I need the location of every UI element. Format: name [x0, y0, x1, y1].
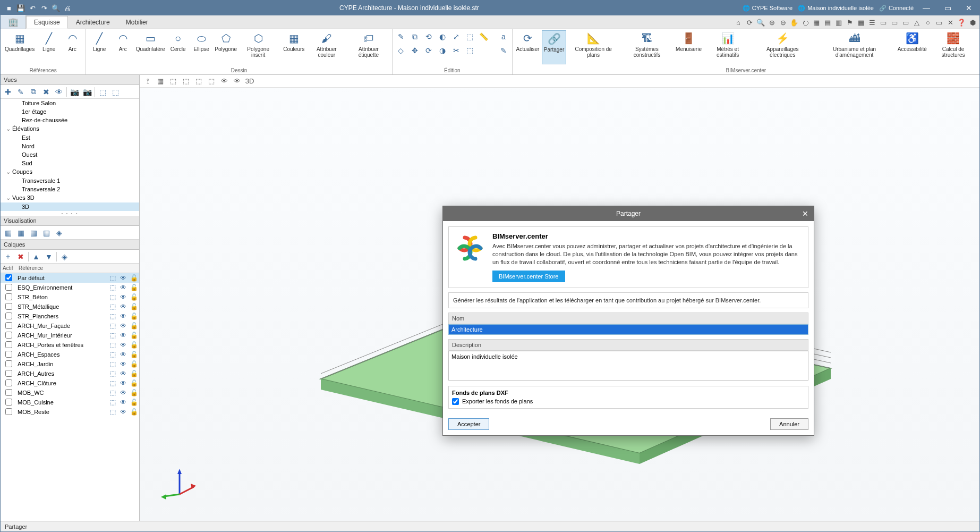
- box2-icon[interactable]: ▭: [890, 18, 899, 27]
- zoom-in-icon[interactable]: ⊕: [767, 18, 777, 27]
- annuler-button[interactable]: Annuler: [770, 418, 808, 430]
- move-tool[interactable]: ✥: [408, 44, 421, 57]
- tree-item[interactable]: Transversale 2: [1, 185, 139, 193]
- layer-active-checkbox[interactable]: [5, 360, 12, 367]
- export-checkbox[interactable]: [452, 398, 459, 405]
- layer-eye-icon[interactable]: 👁: [118, 274, 129, 282]
- tool-icon[interactable]: 📷: [69, 87, 80, 97]
- layer-active-checkbox[interactable]: [5, 293, 12, 300]
- layer-eye-icon[interactable]: 👁: [118, 379, 129, 387]
- layer-row[interactable]: MOB_WC⬚👁🔓: [1, 388, 139, 398]
- app-menu-icon[interactable]: ■: [5, 4, 13, 12]
- search-icon[interactable]: 🔍: [52, 4, 60, 12]
- layer-active-checkbox[interactable]: [5, 274, 12, 281]
- urbanisme-button[interactable]: 🏙Urbanisme et plan d'aménagement: [814, 30, 896, 64]
- mirror2-tool[interactable]: ◑: [436, 44, 449, 57]
- layer-lock-icon[interactable]: 🔓: [129, 360, 139, 368]
- layer-lock-icon[interactable]: 🔓: [129, 332, 139, 339]
- layer-row[interactable]: ARCH_Mur_Façade⬚👁🔓: [1, 321, 139, 331]
- description-input[interactable]: [448, 351, 808, 381]
- moveup-icon[interactable]: ▲: [31, 251, 41, 262]
- layer-active-checkbox[interactable]: [5, 313, 12, 319]
- box3-icon[interactable]: ▭: [901, 18, 910, 27]
- quadrilatere-button[interactable]: ▭Quadrilatère: [135, 30, 166, 64]
- layer-active-checkbox[interactable]: [5, 389, 12, 396]
- copy-tool[interactable]: ⧉: [408, 30, 421, 43]
- view2-icon[interactable]: ▤: [823, 18, 832, 27]
- export-checkbox-row[interactable]: Exporter les fonds de plans: [452, 398, 805, 405]
- layer-cube-icon[interactable]: ⬚: [107, 370, 118, 377]
- cercle-button[interactable]: ○Cercle: [167, 30, 189, 64]
- layer-row[interactable]: Par défaut⬚👁🔓: [1, 273, 139, 283]
- software-link[interactable]: 🌐CYPE Software: [743, 5, 792, 12]
- layer-row[interactable]: ARCH_Jardin⬚👁🔓: [1, 359, 139, 369]
- layer-active-checkbox[interactable]: [5, 322, 12, 329]
- ligne-button[interactable]: ╱Ligne: [88, 30, 110, 64]
- layer-cube-icon[interactable]: ⬚: [107, 322, 118, 330]
- calcul-button[interactable]: 🧱Calcul de structures: [929, 30, 977, 64]
- layer-lock-icon[interactable]: 🔓: [129, 293, 139, 301]
- tree-group-vues3d[interactable]: Vues 3D: [1, 193, 139, 202]
- layer-row[interactable]: STR_Béton⬚👁🔓: [1, 292, 139, 302]
- couleurs-button[interactable]: ▦Couleurs: [282, 30, 305, 64]
- tree-item-3d[interactable]: 3D: [1, 202, 139, 211]
- layer-row[interactable]: ESQ_Environnement⬚👁🔓: [1, 283, 139, 292]
- layer-eye-icon[interactable]: 👁: [118, 293, 129, 301]
- attribuer-couleur-button[interactable]: 🖌Attribuer couleur: [306, 30, 346, 64]
- layer-row[interactable]: ARCH_Clôture⬚👁🔓: [1, 378, 139, 388]
- layer-cube-icon[interactable]: ⬚: [107, 303, 118, 310]
- dialog-close-button[interactable]: ✕: [800, 208, 811, 219]
- polygone-button[interactable]: ⬠Polygone: [214, 30, 238, 64]
- close-button[interactable]: ✕: [958, 1, 979, 15]
- accepter-button[interactable]: Accepter: [448, 418, 489, 430]
- layer-active-checkbox[interactable]: [5, 303, 12, 310]
- print-icon[interactable]: 🖨: [63, 4, 72, 12]
- layer-eye-icon[interactable]: 👁: [118, 322, 129, 330]
- tree-item[interactable]: Transversale 1: [1, 176, 139, 185]
- layers-icon[interactable]: ☰: [867, 18, 877, 27]
- layer-lock-icon[interactable]: 🔓: [129, 379, 139, 387]
- layer-cube-icon[interactable]: ⬚: [107, 293, 118, 301]
- pan-icon[interactable]: ✋: [789, 18, 799, 27]
- tree-item[interactable]: Toiture Salon: [1, 99, 139, 107]
- layer-active-checkbox[interactable]: [5, 399, 12, 406]
- redo-icon[interactable]: ↷: [40, 4, 48, 12]
- layer-row[interactable]: ARCH_Autres⬚👁🔓: [1, 369, 139, 378]
- cube-tool[interactable]: ⬚: [464, 30, 476, 43]
- layer-row[interactable]: ARCH_Portes et fenêtres⬚👁🔓: [1, 340, 139, 350]
- vis-icon[interactable]: ◈: [54, 227, 64, 238]
- systemes-button[interactable]: 🏗Systèmes constructifs: [620, 30, 673, 64]
- layer-eye-icon[interactable]: 👁: [118, 370, 129, 377]
- edit-tool-1[interactable]: ✎: [395, 30, 407, 43]
- layer-eye-icon[interactable]: 👁: [118, 360, 129, 368]
- layer-row[interactable]: STR_Métallique⬚👁🔓: [1, 302, 139, 311]
- arc-ref-button[interactable]: ◠Arc: [61, 30, 83, 64]
- layer-row[interactable]: ARCH_Mur_Intérieur⬚👁🔓: [1, 331, 139, 340]
- view-icon[interactable]: ▦: [812, 18, 821, 27]
- layer-active-checkbox[interactable]: [5, 341, 12, 348]
- orbit-icon[interactable]: ⭮: [800, 18, 810, 27]
- tool-icon[interactable]: 👁: [54, 87, 64, 97]
- delete-layer-icon[interactable]: ✖: [15, 251, 26, 262]
- minimize-button[interactable]: —: [916, 1, 937, 15]
- text-tool[interactable]: a: [497, 30, 510, 43]
- add-layer-icon[interactable]: ＋: [3, 251, 13, 262]
- layer-row[interactable]: MOB_Reste⬚👁🔓: [1, 407, 139, 417]
- home-icon[interactable]: ⌂: [734, 18, 743, 27]
- layer-cube-icon[interactable]: ⬚: [107, 351, 118, 358]
- layer-eye-icon[interactable]: 👁: [118, 399, 129, 406]
- tree-group-coupes[interactable]: Coupes: [1, 167, 139, 176]
- rotate2-tool[interactable]: ⟳: [422, 44, 435, 57]
- box1-icon[interactable]: ▭: [879, 18, 888, 27]
- layer-eye-icon[interactable]: 👁: [118, 351, 129, 358]
- tree-item[interactable]: Rez-de-chaussée: [1, 116, 139, 124]
- layer-cube-icon[interactable]: ⬚: [107, 274, 118, 282]
- tool-icon[interactable]: ⧉: [28, 87, 39, 97]
- ligne-ref-button[interactable]: ╱Ligne: [38, 30, 60, 64]
- layer-eye-icon[interactable]: 👁: [118, 332, 129, 339]
- zoom-out-icon[interactable]: ⊖: [778, 18, 788, 27]
- layer-active-checkbox[interactable]: [5, 351, 12, 358]
- trim-tool[interactable]: ✂: [450, 44, 463, 57]
- undo-icon[interactable]: ↶: [28, 4, 37, 12]
- layer-lock-icon[interactable]: 🔓: [129, 284, 139, 291]
